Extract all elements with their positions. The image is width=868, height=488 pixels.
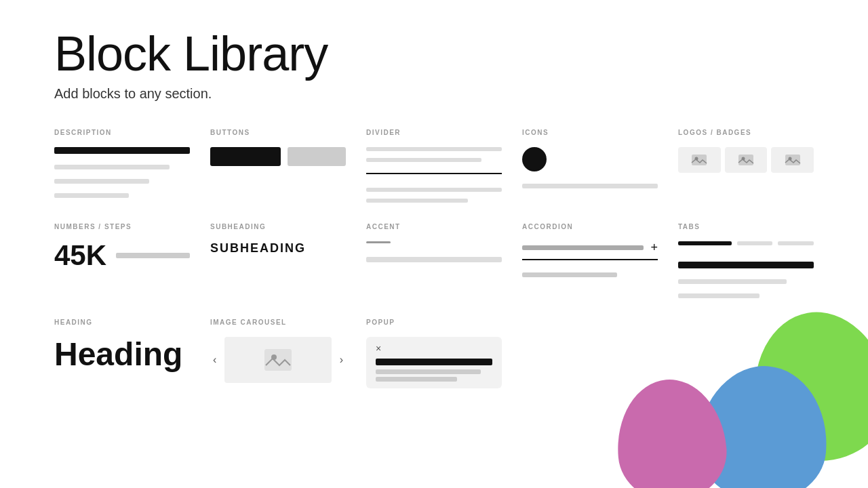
tab-inactive-bar-2	[778, 241, 814, 245]
logo-box-2	[725, 147, 768, 173]
divider-main-line	[366, 173, 502, 174]
btn-primary-preview	[210, 147, 281, 166]
block-tabs[interactable]: TABS	[678, 223, 814, 298]
desc-line-4	[54, 193, 129, 198]
carousel-image-box	[224, 337, 331, 383]
block-description[interactable]: DESCRIPTION	[54, 129, 190, 203]
desc-line-dark	[54, 147, 190, 154]
buttons-preview-row	[210, 147, 346, 166]
block-icons-label: ICONS	[522, 129, 658, 136]
blocks-grid-row2: NUMBERS / STEPS 45K SUBHEADING SUBHEADIN…	[54, 223, 814, 298]
blocks-grid-row3: HEADING Heading IMAGE CAROUSEL ‹ › POPUP	[54, 319, 814, 388]
btn-secondary-preview	[288, 147, 346, 166]
accent-long-line	[366, 257, 502, 262]
blocks-grid-row1: DESCRIPTION BUTTONS DIVIDER ICONS	[54, 129, 814, 203]
block-divider[interactable]: DIVIDER	[366, 129, 502, 203]
accent-short-line	[366, 241, 391, 243]
block-subheading[interactable]: SUBHEADING SUBHEADING	[210, 223, 346, 298]
block-heading[interactable]: HEADING Heading	[54, 319, 190, 388]
block-numbers[interactable]: NUMBERS / STEPS 45K	[54, 223, 190, 298]
carousel-preview: ‹ ›	[210, 337, 346, 383]
page-title: Block Library	[54, 27, 814, 81]
page-subtitle: Add blocks to any section.	[54, 86, 814, 102]
block-accordion-label: ACCORDION	[522, 223, 658, 230]
desc-line-3	[54, 179, 149, 184]
logo-image-icon-1	[691, 154, 707, 166]
block-subheading-label: SUBHEADING	[210, 223, 346, 230]
logos-preview-row	[678, 147, 814, 173]
popup-close-icon[interactable]: ×	[376, 344, 381, 353]
tab-inactive-bar-1	[737, 241, 773, 245]
block-tabs-label: TABS	[678, 223, 814, 230]
accordion-row: +	[522, 241, 658, 260]
block-divider-label: DIVIDER	[366, 129, 502, 136]
tabs-row-preview	[678, 241, 814, 245]
block-buttons[interactable]: BUTTONS	[210, 129, 346, 203]
svg-rect-2	[738, 155, 753, 165]
logo-image-icon-2	[738, 154, 754, 166]
tabs-content-line2	[678, 279, 787, 284]
accordion-plus-icon: +	[650, 241, 658, 253]
popup-content-line2	[376, 369, 481, 374]
accordion-bottom-line	[522, 272, 617, 277]
block-empty-5	[678, 319, 814, 388]
divider-line-bottom1	[366, 188, 502, 192]
tabs-content-line3	[678, 293, 760, 298]
logo-box-3	[771, 147, 814, 173]
number-line-bar	[116, 253, 190, 258]
block-accent-label: ACCENT	[366, 223, 502, 230]
heading-preview-text: Heading	[54, 337, 190, 373]
block-accordion[interactable]: ACCORDION +	[522, 223, 658, 298]
block-carousel[interactable]: IMAGE CAROUSEL ‹ ›	[210, 319, 346, 388]
page-container: Block Library Add blocks to any section.…	[0, 0, 868, 415]
block-icons[interactable]: ICONS	[522, 129, 658, 203]
svg-rect-4	[785, 155, 800, 165]
popup-content-line1	[376, 359, 492, 365]
tab-active-bar	[678, 241, 732, 245]
block-popup-label: POPUP	[366, 319, 502, 326]
divider-line-top	[366, 147, 502, 151]
carousel-next-arrow[interactable]: ›	[337, 351, 346, 369]
icon-circle-preview	[522, 147, 547, 171]
logo-box-1	[678, 147, 721, 173]
number-big-text: 45K	[54, 241, 106, 270]
divider-line-bottom2	[366, 199, 468, 203]
subheading-preview-text: SUBHEADING	[210, 241, 346, 256]
svg-rect-6	[264, 349, 292, 371]
block-heading-label: HEADING	[54, 319, 190, 326]
tabs-content-line1	[678, 262, 814, 268]
divider-line-top2	[366, 158, 481, 162]
block-buttons-label: BUTTONS	[210, 129, 346, 136]
block-description-label: DESCRIPTION	[54, 129, 190, 136]
popup-close-row: ×	[376, 344, 492, 353]
desc-line-2	[54, 165, 170, 169]
popup-preview-box: ×	[366, 337, 502, 388]
logo-image-icon-3	[785, 154, 801, 166]
svg-rect-0	[692, 155, 707, 165]
block-numbers-label: NUMBERS / STEPS	[54, 223, 190, 230]
block-logos-label: LOGOS / BADGES	[678, 129, 814, 136]
accordion-bottom-row	[522, 272, 658, 277]
popup-content-line3	[376, 377, 457, 382]
block-logos[interactable]: LOGOS / BADGES	[678, 129, 814, 203]
block-empty-4	[522, 319, 658, 388]
block-carousel-label: IMAGE CAROUSEL	[210, 319, 346, 326]
block-popup[interactable]: POPUP ×	[366, 319, 502, 388]
icon-text-line	[522, 184, 658, 188]
numbers-preview-row: 45K	[54, 241, 190, 270]
carousel-image-icon	[264, 349, 292, 371]
accordion-row-line	[522, 245, 644, 250]
block-accent[interactable]: ACCENT	[366, 223, 502, 298]
carousel-prev-arrow[interactable]: ‹	[210, 351, 219, 369]
